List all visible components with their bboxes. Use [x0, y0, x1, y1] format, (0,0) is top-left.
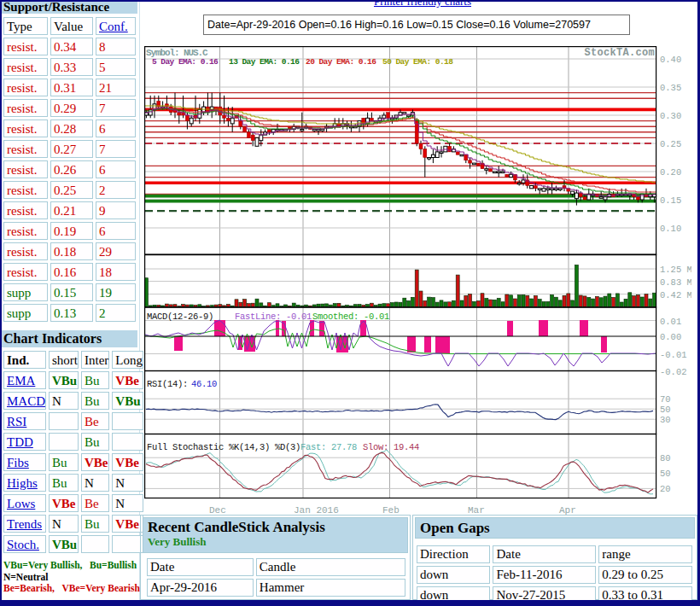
svg-text:50: 50 [660, 469, 671, 479]
svg-text:Fast: 27.78: Fast: 27.78 [300, 442, 357, 452]
svg-text:20: 20 [660, 484, 671, 494]
svg-text:Smoothed: -0.01: Smoothed: -0.01 [312, 312, 389, 322]
svg-text:0.20: 0.20 [660, 167, 681, 178]
svg-text:0.01: 0.01 [660, 317, 681, 327]
svg-text:0.10: 0.10 [660, 224, 681, 234]
svg-text:0.25: 0.25 [660, 139, 681, 149]
svg-text:80: 80 [660, 453, 671, 463]
svg-text:0.40: 0.40 [660, 55, 681, 65]
svg-text:0.00: 0.00 [660, 332, 681, 342]
svg-text:70: 70 [660, 394, 671, 405]
svg-text:-0.02: -0.02 [660, 367, 687, 377]
svg-text:Full Stochastic %K(14,3) %D(3): Full Stochastic %K(14,3) %D(3) [147, 442, 300, 452]
svg-text:1.25 M: 1.25 M [660, 265, 691, 275]
svg-text:0.83 M: 0.83 M [660, 277, 691, 288]
svg-text:0.15: 0.15 [660, 195, 681, 206]
svg-text:30: 30 [660, 415, 671, 425]
svg-text:StockTA.com: StockTA.com [584, 47, 655, 59]
svg-text:0.35: 0.35 [660, 83, 681, 93]
svg-text:50 Day EMA: 0.18: 50 Day EMA: 0.18 [382, 57, 453, 67]
svg-text:Slow: 19.44: Slow: 19.44 [363, 442, 419, 452]
svg-text:5 Day EMA: 0.16: 5 Day EMA: 0.16 [152, 57, 219, 67]
svg-text:0.42 M: 0.42 M [660, 290, 691, 300]
svg-text:MACD(12-26-9): MACD(12-26-9) [147, 312, 213, 322]
svg-text:0.30: 0.30 [660, 111, 681, 121]
svg-text:50: 50 [660, 405, 671, 415]
svg-text:RSI(14):: RSI(14): [147, 379, 188, 389]
svg-text:13 Day EMA: 0.16: 13 Day EMA: 0.16 [229, 57, 300, 67]
svg-text:46.10: 46.10 [191, 379, 217, 389]
svg-text:-0.01: -0.01 [660, 350, 687, 360]
svg-text:FastLine: -0.01: FastLine: -0.01 [235, 312, 312, 322]
svg-text:20 Day EMA: 0.16: 20 Day EMA: 0.16 [306, 57, 376, 67]
